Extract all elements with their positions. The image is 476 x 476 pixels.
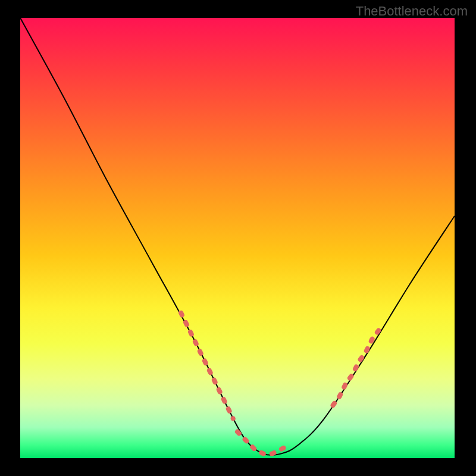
highlight-dots-bottom — [237, 432, 290, 454]
bottleneck-curve — [20, 18, 455, 455]
chart-overlay — [20, 18, 455, 458]
watermark-text: TheBottleneck.com — [356, 4, 468, 19]
highlight-dots-right — [333, 330, 379, 405]
